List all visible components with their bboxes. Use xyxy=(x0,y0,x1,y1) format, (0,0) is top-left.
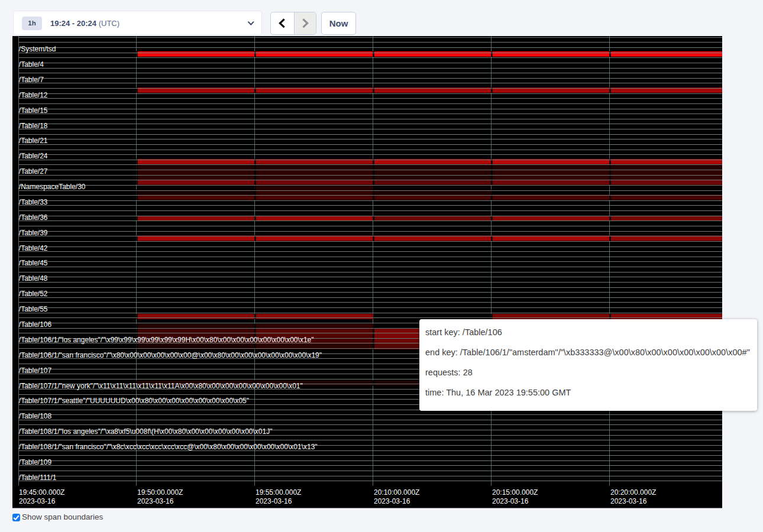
svg-text:/Table/52: /Table/52 xyxy=(19,290,48,298)
svg-text:2023-03-16: 2023-03-16 xyxy=(19,497,56,505)
svg-text:/Table/24: /Table/24 xyxy=(19,152,48,160)
svg-text:/Table/106: /Table/106 xyxy=(19,320,52,329)
svg-text:20:15:00.000Z: 20:15:00.000Z xyxy=(492,488,538,497)
svg-text:/Table/4: /Table/4 xyxy=(19,60,44,69)
svg-text:/Table/42: /Table/42 xyxy=(19,244,48,252)
svg-text:19:50:00.000Z: 19:50:00.000Z xyxy=(137,488,183,497)
svg-text:/Table/108: /Table/108 xyxy=(19,412,52,420)
svg-text:/Table/18: /Table/18 xyxy=(19,122,48,130)
svg-text:20:10:00.000Z: 20:10:00.000Z xyxy=(374,488,419,497)
svg-text:/Table/21: /Table/21 xyxy=(19,137,48,145)
svg-text:/NamespaceTable/30: /NamespaceTable/30 xyxy=(19,183,86,191)
svg-text:19:55:00.000Z: 19:55:00.000Z xyxy=(256,488,301,497)
svg-text:2023-03-16: 2023-03-16 xyxy=(374,497,410,505)
svg-text:/Table/12: /Table/12 xyxy=(19,91,48,99)
svg-text:2023-03-16: 2023-03-16 xyxy=(256,497,292,505)
svg-text:/Table/33: /Table/33 xyxy=(19,198,48,206)
svg-text:/Table/106/1/"los angeles"/"\x: /Table/106/1/"los angeles"/"\x99\x99\x99… xyxy=(19,336,314,344)
svg-text:/Table/36: /Table/36 xyxy=(19,213,48,222)
svg-text:/Table/108/1/"los angeles"/"\x: /Table/108/1/"los angeles"/"\xa8\xf5\u00… xyxy=(19,427,273,436)
svg-text:/Table/45: /Table/45 xyxy=(19,259,48,267)
svg-text:/Table/7: /Table/7 xyxy=(19,76,44,84)
svg-text:/Table/111/1: /Table/111/1 xyxy=(19,473,57,482)
svg-text:/Table/39: /Table/39 xyxy=(19,229,48,237)
svg-text:2023-03-16: 2023-03-16 xyxy=(492,497,529,505)
svg-text:/Table/108/1/"san francisco"/": /Table/108/1/"san francisco"/"\x8c\xcc\x… xyxy=(19,443,318,451)
svg-text:/Table/48: /Table/48 xyxy=(19,274,48,283)
svg-text:/Table/55: /Table/55 xyxy=(19,305,48,313)
svg-text:/Table/107/1/"seattle"/"UUUUUU: /Table/107/1/"seattle"/"UUUUUUD\x00\x80\… xyxy=(19,397,249,405)
svg-text:/Table/106/1/"san francisco"/": /Table/106/1/"san francisco"/"\x80\x00\x… xyxy=(19,351,322,359)
svg-text:2023-03-16: 2023-03-16 xyxy=(137,497,174,505)
svg-text:19:45:00.000Z: 19:45:00.000Z xyxy=(19,488,64,497)
svg-text:2023-03-16: 2023-03-16 xyxy=(610,497,647,505)
svg-text:/Table/15: /Table/15 xyxy=(19,106,48,115)
svg-text:/Table/109: /Table/109 xyxy=(19,458,52,466)
svg-text:20:20:00.000Z: 20:20:00.000Z xyxy=(610,488,656,497)
svg-text:/System/tsd: /System/tsd xyxy=(19,45,56,53)
svg-text:/Table/107/1/"new york"/"\x11\: /Table/107/1/"new york"/"\x11\x11\x11\x1… xyxy=(19,382,303,390)
svg-text:/Table/107: /Table/107 xyxy=(19,366,52,375)
svg-text:/Table/27: /Table/27 xyxy=(19,167,48,176)
